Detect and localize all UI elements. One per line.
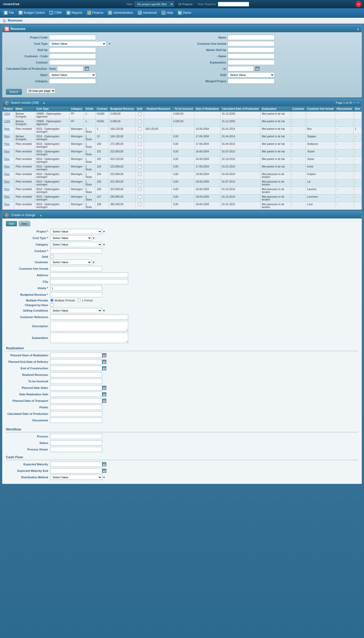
rows-per-page-select[interactable]: 19 rows per page 10 rows per page 50 row… xyxy=(27,88,55,93)
cp-selling-arrow[interactable]: ▼ xyxy=(103,309,105,312)
cp-description-textarea[interactable] xyxy=(50,321,128,331)
table-cell[interactable] xyxy=(135,119,144,127)
sold-checkbox[interactable] xyxy=(138,120,141,123)
table-cell[interactable]: Plein xyxy=(3,202,14,210)
r-planned-end-calendar-icon[interactable]: 📅 xyxy=(102,360,106,364)
add-button[interactable]: Add xyxy=(6,221,17,226)
table-cell[interactable] xyxy=(135,134,144,142)
cp-city-input[interactable] xyxy=(50,279,128,284)
customer-code-input[interactable] xyxy=(49,54,96,59)
wf-status-input[interactable] xyxy=(50,440,102,446)
sold-checkbox[interactable] xyxy=(138,150,141,153)
table-cell[interactable]: Plein xyxy=(3,134,14,142)
menu-demo[interactable]: ▶ Demo xyxy=(176,10,193,16)
roll-up-input[interactable] xyxy=(49,47,96,53)
table-cell[interactable]: Plein xyxy=(3,187,14,195)
cp-radio-multiple[interactable]: Multiple Periods xyxy=(50,299,75,302)
calc-date-to-input[interactable] xyxy=(228,66,254,71)
table-cell[interactable] xyxy=(135,164,144,172)
cp-budgeted-input[interactable] xyxy=(50,292,102,297)
cp-cost-type-arrow[interactable]: ▼ xyxy=(92,237,95,240)
table-cell[interactable] xyxy=(135,112,144,119)
menu-advanced[interactable]: 🔧 Advanced xyxy=(136,10,159,16)
r-end-construction-calendar-icon[interactable]: 📅 xyxy=(102,366,106,370)
r-end-construction-input[interactable] xyxy=(50,366,102,371)
table-cell[interactable]: Plein xyxy=(3,164,14,172)
table-cell[interactable] xyxy=(135,149,144,157)
sold-checkbox[interactable] xyxy=(138,203,141,206)
cf-expected-maturity-calendar-icon[interactable]: 📅 xyxy=(102,462,106,466)
table-cell[interactable]: Plein xyxy=(3,172,14,179)
calc-date-from-calendar-icon[interactable]: 📅 xyxy=(85,67,89,71)
table-cell[interactable] xyxy=(135,202,144,210)
category-input[interactable] xyxy=(49,79,96,84)
menu-file[interactable]: 📄 File xyxy=(2,10,16,16)
cp-cost-type-select[interactable]: Select Value xyxy=(50,235,92,241)
master-roll-up-input[interactable] xyxy=(228,47,275,53)
contract-input[interactable] xyxy=(49,60,96,65)
cost-type-select[interactable]: Select Value xyxy=(49,41,106,46)
cf-expected-maturity-input[interactable] xyxy=(50,462,102,467)
menu-crm[interactable]: 👥 CRM xyxy=(47,10,63,16)
r-date-realization-sale-calendar-icon[interactable]: 📅 xyxy=(102,392,106,396)
sold-select[interactable]: Select Value xyxy=(228,72,275,78)
menu-finance[interactable]: 💰 Finance xyxy=(85,10,106,16)
sold-checkbox[interactable] xyxy=(138,135,141,138)
cp-project-select[interactable]: Select Value xyxy=(50,229,102,234)
page-last-btn[interactable]: >> xyxy=(356,101,360,105)
time-travel-input[interactable] xyxy=(218,2,249,7)
sold-checkbox[interactable] xyxy=(138,158,141,161)
r-documents-input[interactable] xyxy=(50,418,102,423)
table-cell[interactable]: Plein xyxy=(3,195,14,202)
cp-radio-one[interactable]: 1 Period xyxy=(77,299,93,302)
r-date-realization-sale-input[interactable] xyxy=(50,392,102,397)
r-points-input[interactable] xyxy=(50,405,102,410)
table-cell[interactable]: C204 xyxy=(3,119,14,127)
cp-cust-ref-input[interactable] xyxy=(50,314,128,320)
cp-category-select[interactable]: Select Value xyxy=(50,242,102,247)
cf-distribution-arrow[interactable]: ▼ xyxy=(103,476,105,479)
cost-type-arrow[interactable]: ▼ xyxy=(108,42,111,45)
create-collapse-icon[interactable]: ▲ xyxy=(40,214,42,217)
cp-sold-checkbox[interactable] xyxy=(50,255,54,258)
cp-explanation-textarea[interactable] xyxy=(50,333,128,343)
table-cell[interactable] xyxy=(135,172,144,179)
table-cell[interactable]: Plein xyxy=(3,157,14,164)
table-cell[interactable] xyxy=(135,157,144,164)
table-cell[interactable]: Plein xyxy=(3,127,14,134)
calc-date-from-input[interactable] xyxy=(57,66,83,71)
open-select[interactable]: Select Value xyxy=(49,72,96,78)
name2-input[interactable] xyxy=(228,54,275,59)
table-cell[interactable] xyxy=(135,142,144,149)
sold-checkbox[interactable] xyxy=(138,195,141,198)
menu-help[interactable]: ❓ Help xyxy=(159,10,175,16)
cp-address-input[interactable] xyxy=(50,273,128,278)
cf-expected-maturity-end-calendar-icon[interactable]: 📅 xyxy=(102,469,106,473)
sold-checkbox[interactable] xyxy=(138,112,141,115)
results-collapse-icon[interactable]: ▲ xyxy=(42,101,46,105)
sold-checkbox[interactable] xyxy=(138,165,141,168)
filter-select[interactable]: No project specific filter xyxy=(135,2,174,7)
cf-distribution-method-select[interactable]: Select Value xyxy=(50,475,102,480)
cp-cff-input[interactable] xyxy=(50,266,102,271)
r-planned-date-sales-input[interactable] xyxy=(50,385,102,390)
new-button[interactable]: New xyxy=(19,221,30,226)
cp-units-input[interactable] xyxy=(50,286,102,291)
cp-contract-input[interactable] xyxy=(50,248,102,254)
sold-checkbox[interactable] xyxy=(138,180,141,183)
r-planned-date-sales-calendar-icon[interactable]: 📅 xyxy=(102,386,106,390)
cp-category-arrow[interactable]: ▼ xyxy=(103,243,105,246)
page-next-btn[interactable]: > xyxy=(353,101,355,105)
explanation-input[interactable] xyxy=(228,60,275,65)
r-planned-start-calendar-icon[interactable]: 📅 xyxy=(102,353,106,357)
sold-checkbox[interactable] xyxy=(138,173,141,176)
sold-checkbox[interactable] xyxy=(138,127,141,131)
sold-checkbox[interactable] xyxy=(138,188,141,191)
r-planned-transport-calendar-icon[interactable]: 📅 xyxy=(102,399,106,403)
r-to-be-invoiced-input[interactable] xyxy=(50,379,102,384)
wf-process-input[interactable] xyxy=(50,434,102,439)
menu-administration[interactable]: ⚙ Administration xyxy=(106,10,135,16)
calc-date-to-calendar-icon[interactable]: 📅 xyxy=(255,67,259,71)
wf-process-owner-input[interactable] xyxy=(50,447,102,452)
cp-selling-select[interactable]: Select Value xyxy=(50,308,102,313)
